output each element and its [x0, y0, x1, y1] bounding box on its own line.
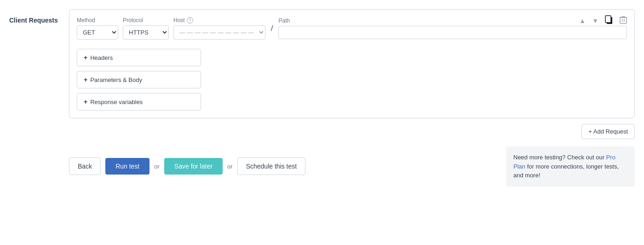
headers-section[interactable]: + Headers	[77, 49, 201, 66]
host-select[interactable]: — — — — — — — — — — —	[173, 25, 265, 40]
add-request-button[interactable]: + Add Request	[581, 124, 635, 139]
delete-button[interactable]	[618, 15, 629, 26]
path-label: Path	[278, 18, 627, 24]
method-label: Method	[77, 17, 118, 23]
section-label: Client Requests	[9, 9, 69, 187]
request-top-row: Method GET POST PUT DELETE PATCH Protoco…	[77, 17, 627, 40]
path-group: Path	[278, 18, 627, 39]
back-button[interactable]: Back	[69, 158, 101, 175]
host-help-icon[interactable]: ?	[187, 17, 193, 23]
protocol-select[interactable]: HTTPS HTTP	[123, 25, 169, 40]
or-text-2: or	[227, 163, 233, 170]
response-label: Response variables	[90, 99, 143, 105]
schedule-button[interactable]: Schedule this test	[237, 158, 306, 175]
or-text-1: or	[154, 163, 160, 170]
copy-button[interactable]	[603, 14, 615, 27]
protocol-label: Protocol	[123, 17, 169, 23]
response-section[interactable]: + Response variables	[77, 93, 201, 111]
move-up-button[interactable]: ▲	[577, 17, 587, 25]
bottom-row: Back Run test or Save for later or Sched…	[69, 145, 635, 187]
host-label: Host	[173, 17, 185, 23]
svg-rect-1	[605, 16, 611, 23]
protocol-group: Protocol HTTPS HTTP	[123, 17, 169, 40]
method-select[interactable]: GET POST PUT DELETE PATCH	[77, 25, 118, 40]
run-test-button[interactable]: Run test	[105, 158, 150, 175]
info-text-2: for more connections, longer tests, and …	[513, 163, 619, 179]
params-plus-icon: +	[84, 76, 87, 83]
request-panel: ▲ ▼	[69, 9, 635, 118]
params-section[interactable]: + Parameters & Body	[77, 71, 201, 88]
save-later-button[interactable]: Save for later	[164, 158, 223, 175]
move-down-button[interactable]: ▼	[590, 17, 600, 25]
slash-divider: /	[270, 24, 274, 33]
headers-plus-icon: +	[84, 54, 87, 61]
info-box: Need more testing? Check out our Pro Pla…	[506, 146, 635, 187]
add-request-row: + Add Request	[69, 124, 635, 139]
params-label: Parameters & Body	[90, 76, 142, 83]
main-content: ▲ ▼	[69, 9, 635, 187]
info-text-1: Need more testing? Check out our	[513, 154, 604, 161]
method-group: Method GET POST PUT DELETE PATCH	[77, 17, 118, 40]
response-plus-icon: +	[84, 98, 87, 105]
svg-rect-2	[620, 18, 627, 23]
path-input[interactable]	[278, 26, 627, 39]
headers-label: Headers	[90, 54, 113, 61]
host-group: Host ? — — — — — — — — — — —	[173, 17, 265, 40]
request-toolbar: ▲ ▼	[577, 14, 629, 27]
